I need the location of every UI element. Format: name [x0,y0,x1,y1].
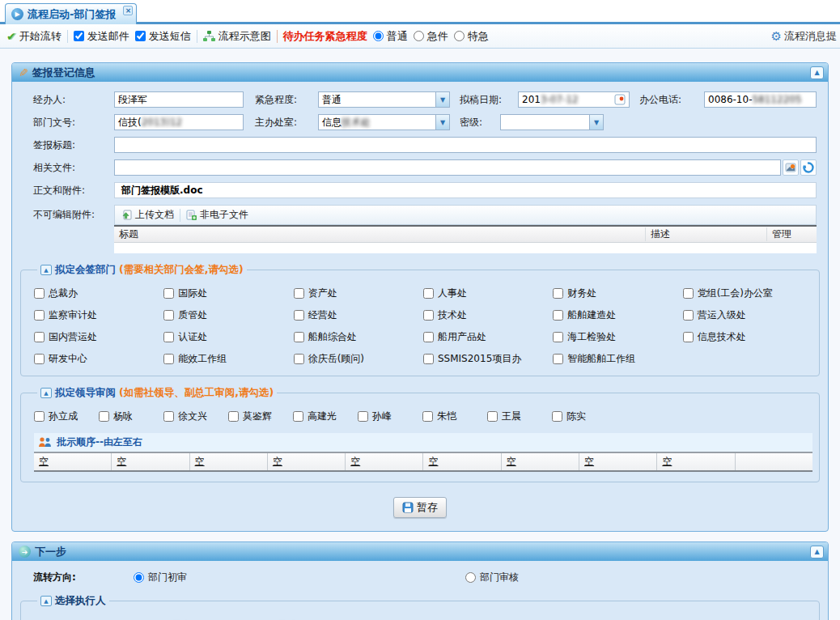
order-cell[interactable]: 空 [579,453,657,470]
dept-checkbox[interactable]: 智能船舶工作组 [553,352,682,366]
flow-diagram-button[interactable]: 流程示意图 [203,29,271,44]
dept-checkbox-input[interactable] [683,288,694,299]
draft-date-field[interactable]: 2013-07-12 [518,91,630,108]
refresh-button[interactable] [800,159,817,176]
order-cell[interactable]: 空 [190,453,268,470]
related-file-input[interactable] [114,159,781,176]
body-doc-item[interactable]: 部门签报模版.doc [114,182,817,198]
leader-checkbox-input[interactable] [34,411,45,422]
tab-process-start[interactable]: ▶ 流程启动-部门签报 × [5,3,137,24]
leader-checkbox-input[interactable] [293,411,303,422]
collapse-icon[interactable]: ▲ [40,265,52,275]
operator-input[interactable] [114,91,244,108]
phone-field[interactable]: 0086-10-58112205 [704,91,817,108]
direction-option-review[interactable]: 部门审核 [465,571,519,584]
urgency-urgent-radio[interactable] [414,31,424,41]
collapse-icon[interactable]: ▲ [810,546,824,558]
order-cell[interactable]: 空 [112,453,189,470]
leader-checkbox-input[interactable] [487,411,498,422]
dept-checkbox-input[interactable] [423,310,434,321]
office-select[interactable]: 信息技术处 ▼ [318,114,450,130]
dept-checkbox[interactable]: 总裁办 [34,287,163,300]
dept-checkbox-input[interactable] [163,288,174,299]
collapse-icon[interactable]: ▲ [810,66,824,79]
dept-checkbox[interactable]: 财务处 [553,287,682,300]
dept-checkbox-input[interactable] [294,332,304,342]
collapse-icon[interactable]: ▲ [40,596,52,606]
calendar-icon[interactable] [614,94,626,105]
leader-checkbox[interactable]: 王晨 [487,410,552,423]
dept-checkbox[interactable]: 船舶建造处 [553,308,682,322]
dept-checkbox-input[interactable] [34,310,45,321]
collapse-icon[interactable]: ▲ [40,388,52,398]
save-button[interactable]: 暂存 [393,497,447,518]
dept-checkbox-input[interactable] [553,310,563,321]
dept-checkbox-input[interactable] [423,288,434,299]
dept-checkbox[interactable]: 经营处 [294,308,423,322]
leader-checkbox[interactable]: 孙立成 [34,410,99,423]
leader-checkbox[interactable]: 杨咏 [99,410,163,423]
dept-checkbox-input[interactable] [294,288,304,299]
upload-doc-button[interactable]: 上传文档 [121,208,174,222]
dept-checkbox[interactable]: 徐庆岳(顾问) [294,352,423,366]
leader-checkbox[interactable]: 高建光 [293,410,358,423]
direction-first-radio[interactable] [134,572,144,583]
direction-review-radio[interactable] [465,572,476,583]
leader-checkbox-input[interactable] [228,411,239,422]
dept-checkbox-input[interactable] [294,310,304,321]
leader-checkbox[interactable]: 莫鉴辉 [228,410,293,423]
dept-checkbox-input[interactable] [34,332,45,342]
dept-checkbox-input[interactable] [163,354,174,364]
leader-checkbox-input[interactable] [422,411,433,422]
message-reminder-button[interactable]: ⚙ 流程消息提 [771,29,837,44]
dept-checkbox-input[interactable] [423,332,434,342]
dept-checkbox-input[interactable] [683,310,694,321]
docno-field[interactable]: 信技(2013)12 [114,114,244,130]
direction-option-first-review[interactable]: 部门初审 [134,571,465,584]
order-cell[interactable]: 空 [34,453,112,470]
leader-checkbox-input[interactable] [552,411,562,422]
leader-checkbox-input[interactable] [163,411,174,422]
dept-checkbox[interactable]: 船用产品处 [423,330,553,344]
select-file-button[interactable] [783,159,799,176]
dept-checkbox[interactable]: SSMIS2015项目办 [423,352,553,366]
send-sms-checkbox[interactable] [135,31,146,41]
order-cell[interactable]: 空 [268,453,346,470]
dept-checkbox[interactable]: 能效工作组 [163,352,293,366]
dept-checkbox[interactable]: 人事处 [423,287,553,300]
report-title-input[interactable] [114,137,817,153]
order-cell[interactable]: 空 [657,453,735,470]
dept-checkbox[interactable]: 海工检验处 [553,330,682,344]
urgency-normal-radio[interactable] [373,31,384,41]
dept-checkbox-input[interactable] [553,332,563,342]
send-mail-checkbox[interactable] [74,31,84,41]
dept-checkbox[interactable]: 国际处 [163,287,293,300]
order-cell[interactable]: 空 [423,453,501,470]
non-electronic-button[interactable]: 非电子文件 [186,208,248,222]
dept-checkbox[interactable]: 党组(工会)办公室 [683,287,812,300]
dept-checkbox-input[interactable] [163,332,174,342]
dept-checkbox-input[interactable] [34,354,45,364]
leader-checkbox[interactable]: 陈实 [552,410,617,423]
dept-checkbox-input[interactable] [163,310,174,321]
close-icon[interactable]: × [123,6,133,15]
dept-checkbox[interactable]: 认证处 [163,330,293,344]
order-cell[interactable]: 空 [346,453,423,470]
dept-checkbox[interactable]: 国内营运处 [34,330,163,344]
dept-checkbox[interactable]: 质管处 [163,308,293,322]
dept-checkbox-input[interactable] [423,354,434,364]
urgency-express-radio[interactable] [454,31,465,41]
dept-checkbox-input[interactable] [553,354,563,364]
dept-checkbox[interactable]: 营运入级处 [683,308,812,322]
leader-checkbox-input[interactable] [358,411,368,422]
dept-checkbox[interactable]: 船舶综合处 [294,330,423,344]
dept-checkbox[interactable]: 监察审计处 [34,308,163,322]
dept-checkbox-input[interactable] [553,288,563,299]
dept-checkbox-input[interactable] [683,332,694,342]
leader-checkbox[interactable]: 徐文兴 [163,410,228,423]
secret-select[interactable]: ▼ [500,114,604,130]
start-flow-button[interactable]: ✔ 开始流转 [6,29,62,44]
dept-checkbox[interactable]: 技术处 [423,308,553,322]
leader-checkbox[interactable]: 孙峰 [358,410,422,423]
dept-checkbox[interactable]: 信息技术处 [683,330,812,344]
